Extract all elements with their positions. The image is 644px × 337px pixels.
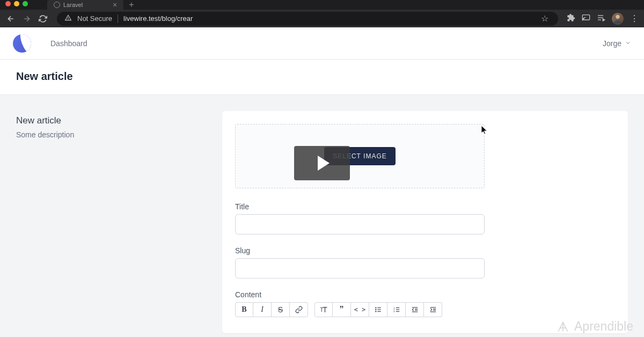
browser-chrome: Laravel × + Not Secure livewire.test/blo… <box>0 0 644 27</box>
svg-point-5 <box>616 14 619 18</box>
editor-group-block: TT ” < > 123 <box>314 302 442 317</box>
title-field-group: Title <box>235 202 485 235</box>
content-field-group: Content B I S TT ” < > <box>235 290 485 317</box>
window-minimize-icon[interactable] <box>14 1 19 6</box>
title-label: Title <box>235 202 485 211</box>
app-nav: Dashboard Jorge <box>0 27 644 60</box>
nav-dashboard[interactable]: Dashboard <box>50 39 87 48</box>
bookmark-star-icon[interactable]: ☆ <box>541 13 548 24</box>
user-menu[interactable]: Jorge <box>603 39 631 48</box>
form-card: SELECT IMAGE Title Slug Content B I S <box>222 111 628 333</box>
address-bar[interactable]: Not Secure livewire.test/blog/crear ☆ <box>57 12 558 26</box>
cast-icon[interactable] <box>582 13 590 24</box>
code-button[interactable]: < > <box>351 302 369 317</box>
svg-point-9 <box>375 307 376 308</box>
tab-title: Laravel <box>63 2 83 8</box>
back-button[interactable] <box>5 13 16 24</box>
content: New article Some description SELECT IMAG… <box>0 95 644 337</box>
section-info: New article Some description <box>16 111 209 333</box>
svg-point-10 <box>375 309 376 310</box>
section-title: New article <box>16 115 209 126</box>
section-description: Some description <box>16 130 209 139</box>
not-secure-label: Not Secure <box>77 14 112 23</box>
window-controls <box>5 1 28 6</box>
url-text: livewire.test/blog/crear <box>123 14 193 23</box>
playlist-icon[interactable] <box>597 13 605 24</box>
bullet-list-button[interactable] <box>369 302 387 317</box>
tab-favicon-icon <box>54 2 60 8</box>
extensions-icon[interactable] <box>567 13 575 24</box>
slug-label: Slug <box>235 246 485 255</box>
heading-button[interactable]: TT <box>314 302 333 317</box>
browser-toolbar: Not Secure livewire.test/blog/crear ☆ ⋮ <box>0 10 644 27</box>
tab-close-icon[interactable]: × <box>113 1 117 9</box>
user-name: Jorge <box>603 39 621 48</box>
slug-field-group: Slug <box>235 246 485 279</box>
strike-button[interactable]: S <box>272 302 290 317</box>
number-list-button[interactable]: 123 <box>387 302 406 317</box>
bold-button[interactable]: B <box>235 302 253 317</box>
image-dropzone[interactable]: SELECT IMAGE <box>235 124 485 188</box>
browser-tab[interactable]: Laravel × <box>47 0 123 10</box>
indent-button[interactable] <box>424 302 442 317</box>
page-header: New article <box>0 60 644 95</box>
address-divider <box>118 14 118 23</box>
svg-point-11 <box>375 311 376 312</box>
app-logo[interactable] <box>10 32 34 55</box>
tab-bar: Laravel × + <box>0 0 644 10</box>
outdent-button[interactable] <box>406 302 424 317</box>
quote-button[interactable]: ” <box>333 302 351 317</box>
page-title: New article <box>16 70 628 83</box>
title-input[interactable] <box>235 214 485 235</box>
not-secure-icon <box>64 14 72 23</box>
reload-button[interactable] <box>38 13 48 24</box>
editor-group-format: B I S <box>235 302 308 317</box>
svg-marker-4 <box>603 19 604 21</box>
italic-button[interactable]: I <box>253 302 272 317</box>
editor-toolbar: B I S TT ” < > 123 <box>235 302 485 317</box>
link-button[interactable] <box>290 302 308 317</box>
browser-menu-icon[interactable]: ⋮ <box>630 13 639 24</box>
browser-right-icons: ⋮ <box>567 13 639 25</box>
video-play-overlay[interactable] <box>294 146 350 180</box>
content-label: Content <box>235 290 485 299</box>
slug-input[interactable] <box>235 258 485 279</box>
chevron-down-icon <box>625 39 631 48</box>
profile-avatar[interactable] <box>612 13 624 25</box>
window-maximize-icon[interactable] <box>23 1 28 6</box>
svg-text:3: 3 <box>393 310 395 313</box>
window-close-icon[interactable] <box>5 1 11 6</box>
new-tab-icon[interactable]: + <box>129 0 134 10</box>
forward-button[interactable] <box>21 13 32 24</box>
